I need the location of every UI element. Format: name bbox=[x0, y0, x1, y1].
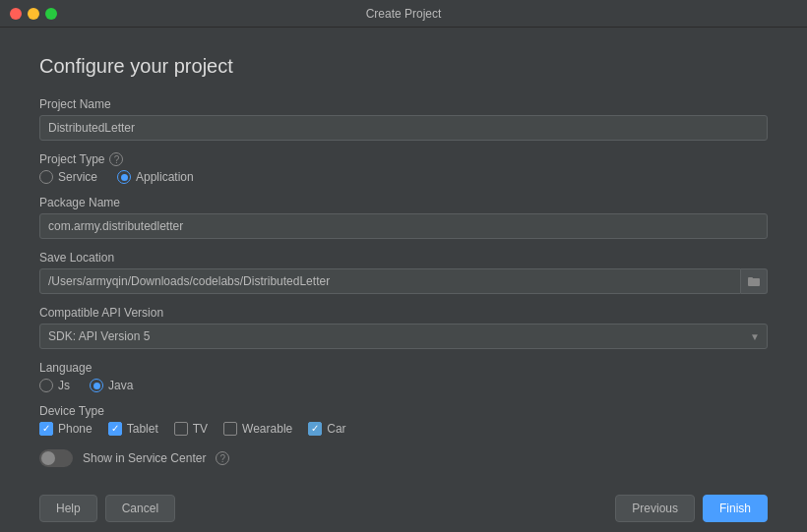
project-type-label: Project Type ? bbox=[39, 152, 768, 166]
project-type-help-icon[interactable]: ? bbox=[109, 152, 123, 166]
radio-service-circle bbox=[39, 170, 53, 184]
title-bar: Create Project bbox=[0, 0, 807, 28]
device-type-label: Device Type bbox=[39, 404, 768, 418]
help-button[interactable]: Help bbox=[39, 495, 97, 522]
radio-java-label: Java bbox=[108, 379, 133, 392]
checkbox-tablet-label: Tablet bbox=[127, 422, 158, 436]
traffic-lights bbox=[10, 8, 57, 20]
save-location-input[interactable] bbox=[39, 268, 741, 294]
dialog: Configure your project Project Name Proj… bbox=[0, 28, 807, 532]
service-center-toggle[interactable] bbox=[39, 449, 73, 467]
finish-button[interactable]: Finish bbox=[703, 495, 768, 522]
previous-button[interactable]: Previous bbox=[615, 495, 695, 522]
checkbox-car-label: Car bbox=[327, 422, 345, 436]
radio-java-circle bbox=[90, 379, 103, 392]
dialog-footer: Help Cancel Previous Finish bbox=[39, 479, 768, 522]
folder-icon bbox=[747, 274, 761, 288]
radio-service-label: Service bbox=[58, 170, 97, 184]
checkbox-tablet[interactable]: Tablet bbox=[108, 422, 158, 436]
radio-application[interactable]: Application bbox=[117, 170, 194, 184]
browse-button[interactable] bbox=[741, 268, 768, 294]
radio-js-circle bbox=[39, 379, 53, 392]
radio-service[interactable]: Service bbox=[39, 170, 97, 184]
checkbox-tv[interactable]: TV bbox=[174, 422, 208, 436]
project-name-group: Project Name bbox=[39, 97, 768, 141]
api-version-select-wrapper: SDK: API Version 5 SDK: API Version 4 SD… bbox=[39, 324, 768, 349]
cancel-button[interactable]: Cancel bbox=[105, 495, 175, 522]
service-center-label: Show in Service Center bbox=[83, 451, 206, 465]
project-type-group: Project Type ? Service Application bbox=[39, 152, 768, 184]
checkbox-phone-label: Phone bbox=[58, 422, 93, 436]
svg-rect-0 bbox=[748, 278, 760, 286]
minimize-button[interactable] bbox=[28, 8, 39, 20]
dialog-heading: Configure your project bbox=[39, 55, 768, 78]
footer-left: Help Cancel bbox=[39, 495, 175, 522]
radio-application-label: Application bbox=[136, 170, 194, 184]
checkbox-tv-label: TV bbox=[193, 422, 208, 436]
device-type-checkbox-group: Phone Tablet TV Wearable Car bbox=[39, 422, 768, 436]
footer-right: Previous Finish bbox=[615, 495, 768, 522]
project-type-radio-group: Service Application bbox=[39, 170, 768, 184]
checkbox-car-box bbox=[308, 422, 322, 436]
checkbox-wearable-box bbox=[223, 422, 237, 436]
language-label: Language bbox=[39, 361, 768, 375]
language-group: Language Js Java bbox=[39, 361, 768, 392]
api-version-select[interactable]: SDK: API Version 5 SDK: API Version 4 SD… bbox=[39, 324, 768, 349]
checkbox-car[interactable]: Car bbox=[308, 422, 345, 436]
radio-java[interactable]: Java bbox=[90, 379, 133, 392]
radio-js[interactable]: Js bbox=[39, 379, 70, 392]
maximize-button[interactable] bbox=[45, 8, 57, 20]
package-name-label: Package Name bbox=[39, 196, 768, 209]
project-name-input[interactable] bbox=[39, 115, 768, 141]
save-location-label: Save Location bbox=[39, 251, 768, 265]
service-center-help-icon[interactable]: ? bbox=[216, 451, 229, 465]
service-center-group: Show in Service Center ? bbox=[39, 447, 768, 467]
checkbox-wearable-label: Wearable bbox=[242, 422, 292, 436]
close-button[interactable] bbox=[10, 8, 22, 20]
api-version-label: Compatible API Version bbox=[39, 306, 768, 320]
window-title: Create Project bbox=[366, 7, 442, 21]
api-version-group: Compatible API Version SDK: API Version … bbox=[39, 306, 768, 349]
radio-js-label: Js bbox=[58, 379, 70, 392]
language-radio-group: Js Java bbox=[39, 379, 768, 392]
save-location-input-row bbox=[39, 268, 768, 294]
svg-rect-1 bbox=[748, 277, 753, 279]
radio-application-circle bbox=[117, 170, 131, 184]
project-name-label: Project Name bbox=[39, 97, 768, 111]
checkbox-tablet-box bbox=[108, 422, 122, 436]
checkbox-phone-box bbox=[39, 422, 53, 436]
form-content: Project Name Project Type ? Service Appl… bbox=[39, 97, 768, 479]
package-name-input[interactable] bbox=[39, 213, 768, 239]
checkbox-phone[interactable]: Phone bbox=[39, 422, 93, 436]
service-center-row: Show in Service Center ? bbox=[39, 449, 768, 467]
package-name-group: Package Name bbox=[39, 196, 768, 239]
checkbox-tv-box bbox=[174, 422, 188, 436]
save-location-group: Save Location bbox=[39, 251, 768, 294]
checkbox-wearable[interactable]: Wearable bbox=[223, 422, 292, 436]
device-type-group: Device Type Phone Tablet TV Wearable bbox=[39, 404, 768, 436]
